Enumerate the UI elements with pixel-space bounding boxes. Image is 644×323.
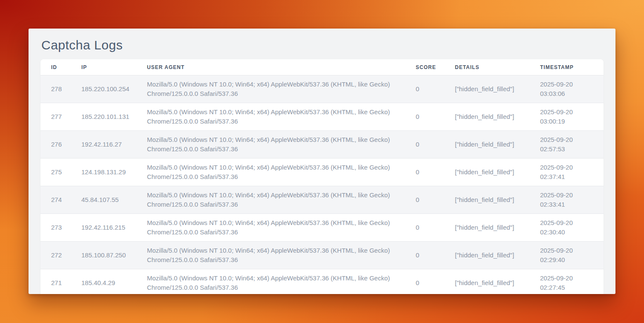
cell-id: 272 [40, 242, 71, 269]
table-header-row: ID IP USER AGENT SCORE DETAILS TIMESTAMP [40, 59, 604, 75]
cell-ip: 185.100.87.250 [71, 242, 136, 269]
column-header-useragent: USER AGENT [136, 59, 405, 75]
cell-id: 276 [40, 131, 71, 159]
cell-ip: 185.220.100.254 [71, 75, 136, 103]
table-row: 276 192.42.116.27 Mozilla/5.0 (Windows N… [40, 131, 604, 159]
cell-details: ["hidden_field_filled"] [444, 159, 529, 186]
column-header-timestamp: TIMESTAMP [529, 59, 604, 75]
cell-user-agent: Mozilla/5.0 (Windows NT 10.0; Win64; x64… [136, 242, 405, 269]
cell-timestamp: 2025-09-20 02:33:41 [529, 186, 604, 214]
table-row: 272 185.100.87.250 Mozilla/5.0 (Windows … [40, 242, 604, 269]
logs-table: ID IP USER AGENT SCORE DETAILS TIMESTAMP… [40, 59, 604, 294]
cell-id: 277 [40, 103, 71, 131]
cell-details: ["hidden_field_filled"] [444, 75, 529, 103]
cell-score: 0 [405, 103, 444, 131]
cell-score: 0 [405, 75, 444, 103]
cell-timestamp: 2025-09-20 02:30:40 [529, 214, 604, 242]
cell-ip: 192.42.116.215 [71, 214, 136, 242]
cell-ip: 124.198.131.29 [71, 159, 136, 186]
table-row: 277 185.220.101.131 Mozilla/5.0 (Windows… [40, 103, 604, 131]
cell-ip: 45.84.107.55 [71, 186, 136, 214]
cell-details: ["hidden_field_filled"] [444, 214, 529, 242]
table-row: 273 192.42.116.215 Mozilla/5.0 (Windows … [40, 214, 604, 242]
cell-ip: 192.42.116.27 [71, 131, 136, 159]
cell-details: ["hidden_field_filled"] [444, 242, 529, 269]
cell-user-agent: Mozilla/5.0 (Windows NT 10.0; Win64; x64… [136, 269, 405, 294]
captcha-logs-card: Captcha Logs ID IP USER AGENT SCORE DETA… [29, 29, 615, 294]
cell-user-agent: Mozilla/5.0 (Windows NT 10.0; Win64; x64… [136, 186, 405, 214]
table-header: ID IP USER AGENT SCORE DETAILS TIMESTAMP [40, 59, 604, 75]
cell-score: 0 [405, 214, 444, 242]
table-row: 275 124.198.131.29 Mozilla/5.0 (Windows … [40, 159, 604, 186]
cell-id: 278 [40, 75, 71, 103]
column-header-ip: IP [71, 59, 136, 75]
cell-timestamp: 2025-09-20 02:29:40 [529, 242, 604, 269]
logs-table-container: ID IP USER AGENT SCORE DETAILS TIMESTAMP… [40, 59, 604, 294]
cell-details: ["hidden_field_filled"] [444, 131, 529, 159]
cell-user-agent: Mozilla/5.0 (Windows NT 10.0; Win64; x64… [136, 214, 405, 242]
cell-timestamp: 2025-09-20 02:27:45 [529, 269, 604, 294]
cell-timestamp: 2025-09-20 03:00:19 [529, 103, 604, 131]
cell-user-agent: Mozilla/5.0 (Windows NT 10.0; Win64; x64… [136, 159, 405, 186]
cell-id: 271 [40, 269, 71, 294]
cell-score: 0 [405, 131, 444, 159]
cell-ip: 185.220.101.131 [71, 103, 136, 131]
cell-user-agent: Mozilla/5.0 (Windows NT 10.0; Win64; x64… [136, 103, 405, 131]
page-background: { "page": { "title": "Captcha Logs" }, "… [0, 0, 644, 323]
cell-id: 275 [40, 159, 71, 186]
column-header-score: SCORE [405, 59, 444, 75]
cell-ip: 185.40.4.29 [71, 269, 136, 294]
page-title: Captcha Logs [41, 38, 603, 52]
cell-user-agent: Mozilla/5.0 (Windows NT 10.0; Win64; x64… [136, 131, 405, 159]
cell-score: 0 [405, 186, 444, 214]
cell-score: 0 [405, 159, 444, 186]
column-header-id: ID [40, 59, 71, 75]
cell-details: ["hidden_field_filled"] [444, 103, 529, 131]
table-row: 271 185.40.4.29 Mozilla/5.0 (Windows NT … [40, 269, 604, 294]
cell-score: 0 [405, 269, 444, 294]
cell-score: 0 [405, 242, 444, 269]
cell-timestamp: 2025-09-20 02:57:53 [529, 131, 604, 159]
cell-details: ["hidden_field_filled"] [444, 269, 529, 294]
cell-timestamp: 2025-09-20 03:03:06 [529, 75, 604, 103]
cell-user-agent: Mozilla/5.0 (Windows NT 10.0; Win64; x64… [136, 75, 405, 103]
column-header-details: DETAILS [444, 59, 529, 75]
cell-details: ["hidden_field_filled"] [444, 186, 529, 214]
table-row: 278 185.220.100.254 Mozilla/5.0 (Windows… [40, 75, 604, 103]
cell-timestamp: 2025-09-20 02:37:41 [529, 159, 604, 186]
table-body: 278 185.220.100.254 Mozilla/5.0 (Windows… [40, 75, 604, 294]
cell-id: 273 [40, 214, 71, 242]
table-row: 274 45.84.107.55 Mozilla/5.0 (Windows NT… [40, 186, 604, 214]
cell-id: 274 [40, 186, 71, 214]
